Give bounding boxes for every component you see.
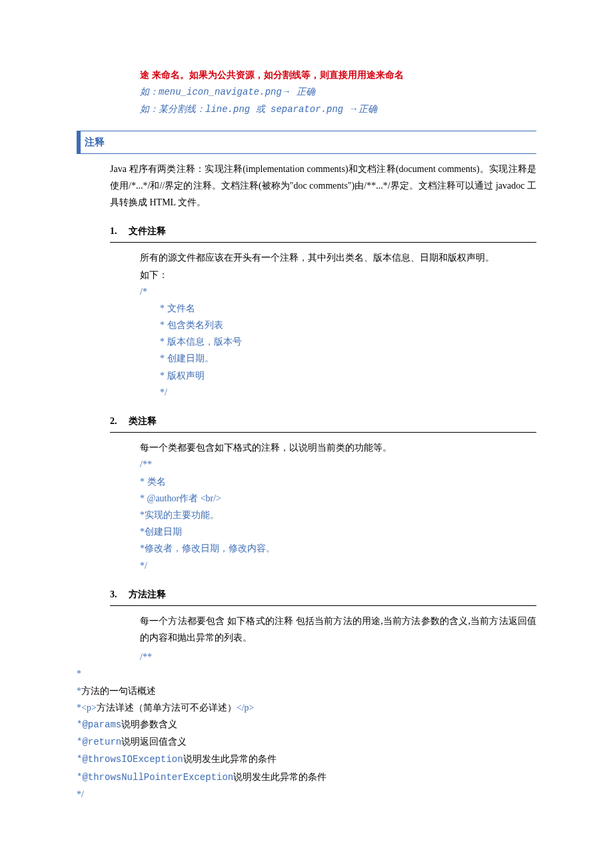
sub1-desc1: 所有的源文件都应该在开头有一个注释，其中列出类名、版本信息、日期和版权声明。 <box>140 249 536 266</box>
sub3-desc: 每一个方法都要包含 如下格式的注释 包括当前方法的用途,当前方法参数的含义,当前… <box>140 613 536 646</box>
sub3-code-line: *<p>方法详述（简单方法可不必详述）</p> <box>77 699 536 716</box>
sub2-code-line: *修改者，修改日期，修改内容。 <box>140 540 536 557</box>
document-page: 途 来命名。如果为公共资源，如分割线等，则直接用用途来命名 如：menu_ico… <box>0 0 613 868</box>
sub3-code-close: */ <box>77 786 536 803</box>
naming-rule-red: 途 来命名。如果为公共资源，如分割线等，则直接用用途来命名 <box>140 67 536 83</box>
code-prefix: * <box>77 686 81 696</box>
code-prefix: *@throwsNullPointerException <box>77 772 233 783</box>
code-prefix: *@params <box>77 719 121 730</box>
sub3-code-open: /** <box>140 649 536 665</box>
sub1-code-line: * 创建日期。 <box>160 350 536 367</box>
sub2-code-open: /** <box>140 456 536 473</box>
sub1-desc2: 如下： <box>140 267 536 283</box>
subheading-method-comment: 3.方法注释 <box>110 586 536 606</box>
code-text: 方法详述（简单方法可不必详述） <box>97 703 237 713</box>
code-text: 方法的一句话概述 <box>81 686 156 696</box>
sub1-code-line: * 版权声明 <box>160 367 536 384</box>
arrow-icon: → <box>349 103 358 114</box>
sub1-code-line: * 文件名 <box>160 300 536 317</box>
section-intro: Java 程序有两类注释：实现注释(implementation comment… <box>110 161 536 211</box>
sub3-number: 3. <box>110 586 129 603</box>
subheading-class-comment: 2.类注释 <box>110 413 536 433</box>
sub2-title: 类注释 <box>129 416 157 426</box>
sub2-code-close: */ <box>140 557 536 574</box>
sub3-code-line: *@throwsIOException说明发生此异常的条件 <box>77 751 536 768</box>
section-header-comments: 注释 <box>77 131 536 154</box>
naming-example-1: 如：menu_icon_navigate.png→ 正确 <box>140 83 536 101</box>
sub2-code-line: *实现的主要功能。 <box>140 507 536 523</box>
sub1-code-close: */ <box>160 384 536 401</box>
naming-example-2: 如：某分割线：line.png 或 separator.png →正确 <box>140 101 536 118</box>
sub3-code-line: *@throwsNullPointerException说明发生此异常的条件 <box>77 769 536 786</box>
code-text: 说明参数含义 <box>121 719 177 729</box>
code-prefix: *<p> <box>77 703 97 713</box>
sub1-title: 文件注释 <box>129 226 166 236</box>
code-suffix: </p> <box>237 703 255 713</box>
code-text: 说明发生此异常的条件 <box>233 772 326 782</box>
sub2-desc: 每一个类都要包含如下格式的注释，以说明当前类的功能等。 <box>140 439 536 456</box>
sub3-code-line: *方法的一句话概述 <box>77 683 536 699</box>
code-text: 说明发生此异常的条件 <box>183 754 277 764</box>
example1-suffix: 正确 <box>291 87 315 97</box>
example2-text: 如：某分割线：line.png 或 separator.png <box>140 104 349 115</box>
section-title: 注释 <box>85 131 105 153</box>
header-bar-icon <box>77 131 81 153</box>
sub2-code-line: * @author作者 <br/> <box>140 490 536 507</box>
sub2-number: 2. <box>110 413 129 429</box>
code-prefix: *@return <box>77 737 121 747</box>
sub3-code-line: *@params说明参数含义 <box>77 716 536 733</box>
example1-text: 如：menu_icon_navigate.png <box>140 87 282 97</box>
arrow-icon: → <box>282 86 291 97</box>
sub2-code-line: * 类名 <box>140 473 536 490</box>
example2-suffix: 正确 <box>358 104 377 115</box>
sub3-code-line: *@return说明返回值含义 <box>77 733 536 751</box>
code-text: 说明返回值含义 <box>121 737 187 747</box>
subheading-file-comment: 1.文件注释 <box>110 223 536 243</box>
sub1-code-line: * 包含类名列表 <box>160 317 536 333</box>
code-prefix: *@throwsIOException <box>77 754 183 765</box>
sub2-code-line: *创建日期 <box>140 523 536 540</box>
sub1-number: 1. <box>110 223 129 239</box>
sub1-code-line: * 版本信息，版本号 <box>160 333 536 350</box>
sub1-code-open: /* <box>140 283 536 300</box>
sub3-title: 方法注释 <box>129 589 166 599</box>
sub3-code-line: * <box>77 665 536 682</box>
